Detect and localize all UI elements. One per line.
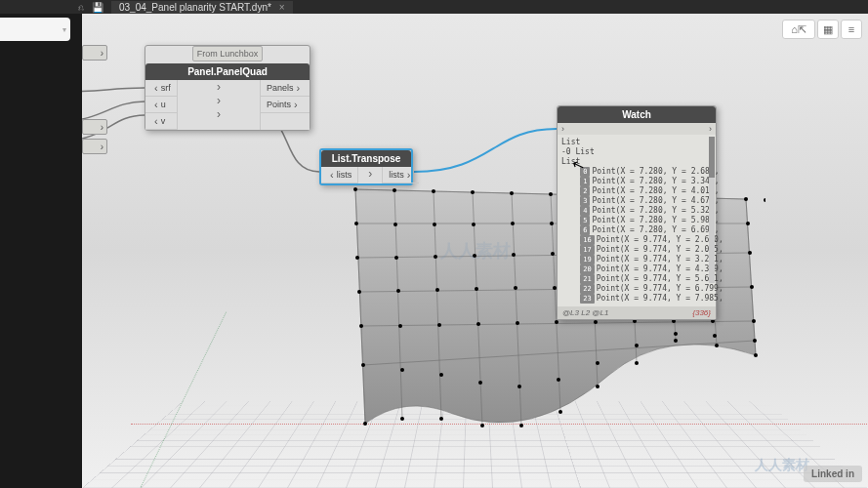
node-title: List.Transpose [321,150,411,167]
svg-point-80 [635,344,639,347]
svg-line-4 [512,193,521,426]
svg-point-61 [750,285,754,289]
svg-point-94 [754,353,758,357]
port-out[interactable]: › [709,124,712,134]
port-out-panels[interactable]: Panels [261,80,310,97]
watch-row: 3Point(X = 7.280, Y = 4.670, [561,196,712,206]
sidebar-search[interactable]: ▾ [0,18,70,41]
svg-point-39 [746,222,750,225]
stub-node-2[interactable]: › [82,119,107,135]
svg-point-63 [398,324,402,328]
watch-row: 19Point(X = 9.774, Y = 3.201, [561,255,712,264]
watch-row: 21Point(X = 9.774, Y = 5.601, [561,274,712,284]
watch-row: 1Point(X = 7.280, Y = 3.347, [561,177,712,186]
watch-output[interactable]: List -0 List List 0Point(X = 7.280, Y = … [558,135,716,306]
x-axis [131,424,868,425]
port-in-srf[interactable]: srf [145,80,177,97]
port-out-lists[interactable]: lists [383,167,419,183]
watch-path: @L3 L2 @L1 [562,308,608,317]
svg-point-72 [752,319,756,323]
svg-point-74 [400,368,404,372]
watch-sublist-1: List [561,157,712,167]
svg-point-42 [434,255,437,259]
svg-point-90 [596,385,599,388]
svg-point-27 [744,197,748,201]
node-panel-panelquad[interactable]: From Lunchbox Panel.PanelQuad srf u v ››… [145,45,310,131]
port-in[interactable]: › [561,124,564,134]
view-3d-button[interactable]: ⌂⇱ [782,20,815,39]
svg-point-82 [713,334,717,338]
svg-point-19 [432,189,435,193]
svg-line-16 [363,341,755,365]
svg-point-78 [557,378,560,382]
watch-row: 4Point(X = 7.280, Y = 5.322, [561,206,712,216]
recent-icon[interactable]: ⎌ [78,2,84,13]
watermark-center: 人人素材 [440,239,511,263]
node-title: Panel.PanelQuad [145,63,310,80]
svg-point-92 [674,339,678,343]
tab-filename: 03_04_Panel planarity START.dyn* [119,2,271,13]
svg-point-21 [510,191,514,195]
port-in-lists[interactable]: lists [321,167,357,183]
svg-point-93 [715,344,719,347]
scrollbar[interactable] [709,137,715,283]
port-in-u[interactable]: u [145,97,177,113]
svg-line-1 [394,190,402,419]
svg-point-22 [549,192,553,196]
grid-button[interactable]: ▦ [817,20,839,39]
svg-point-77 [517,385,521,388]
svg-point-64 [437,323,441,327]
svg-point-20 [471,190,475,194]
watch-footer: @L3 L2 @L1 {336} [558,306,716,319]
left-sidebar: ▾ [0,14,82,488]
svg-point-68 [594,320,598,324]
file-tab[interactable]: 03_04_Panel planarity START.dyn* × [111,1,293,14]
close-icon[interactable]: × [279,2,285,13]
graph-canvas[interactable]: › › › From Lunchbox Panel.PanelQuad srf … [82,14,868,488]
menu-button[interactable]: ≡ [841,20,862,39]
watch-sublist-0: -0 List [561,147,712,157]
node-watch[interactable]: Watch ›› List -0 List List 0Point(X = 7.… [557,105,717,320]
watch-row: 20Point(X = 9.774, Y = 4.399, [561,264,712,274]
tab-bar: ⎌ 💾 03_04_Panel planarity START.dyn* × [0,0,868,14]
svg-point-91 [635,361,639,365]
svg-point-40 [355,256,359,260]
svg-point-62 [359,324,363,328]
svg-point-33 [511,222,515,225]
port-in-v[interactable]: v [145,113,177,130]
canvas-toolbar: ⌂⇱ ▦ ≡ [782,20,862,39]
stub-node-3[interactable]: › [82,139,107,154]
svg-point-17 [353,187,357,191]
save-icon[interactable]: 💾 [92,2,103,13]
node-chevron: ››› [177,80,261,130]
node-list-transpose[interactable]: List.Transpose lists › lists [319,148,413,185]
stub-node-1[interactable]: › [82,45,107,61]
svg-point-28 [764,198,765,202]
svg-point-67 [555,320,558,324]
svg-point-53 [435,288,439,292]
svg-point-41 [394,256,398,260]
watch-row: 6Point(X = 7.280, Y = 6.692, [561,225,712,235]
port-out-points[interactable]: Points [261,97,310,113]
svg-point-81 [674,332,678,336]
svg-point-32 [472,223,475,226]
svg-point-18 [393,188,396,192]
watch-row: 22Point(X = 9.774, Y = 6.799, [561,284,712,294]
svg-point-52 [396,289,400,293]
svg-point-31 [433,223,436,226]
svg-point-50 [748,251,752,255]
svg-line-0 [355,189,365,424]
svg-line-10 [746,199,756,355]
linkedin-badge: Linked in [804,466,862,482]
watch-row: 23Point(X = 9.774, Y = 7.985, [561,294,712,304]
svg-point-76 [478,381,482,385]
svg-line-15 [361,321,754,326]
svg-point-65 [476,322,480,326]
watch-row: 0Point(X = 7.280, Y = 2.680, [561,167,712,177]
svg-point-29 [354,222,358,225]
svg-line-3 [473,192,482,426]
svg-point-75 [439,373,443,377]
svg-line-2 [434,191,441,419]
watch-row: 17Point(X = 9.774, Y = 2.015, [561,245,712,255]
svg-point-83 [753,339,757,343]
